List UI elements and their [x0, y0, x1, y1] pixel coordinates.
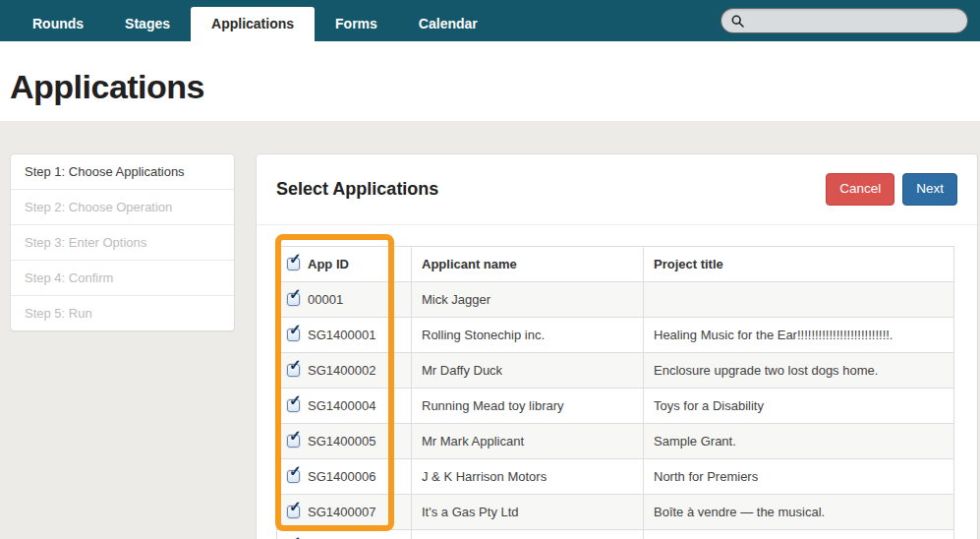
row-checkbox[interactable]: ✓ [287, 399, 300, 412]
app-id-label: SG1400007 [308, 505, 375, 519]
project-cell: Boîte à vendre — the musical. [644, 494, 954, 529]
row-checkbox[interactable]: ✓ [287, 435, 300, 448]
checkmark-icon: ✓ [289, 322, 302, 336]
page-header: Applications [0, 41, 980, 121]
panel-body: ✓App IDApplicant nameProject title ✓0000… [257, 225, 977, 539]
project-cell: Don't Say Nothing Refugee Campaign [644, 529, 954, 539]
step-item-step-4[interactable]: Step 4: Confirm [11, 260, 234, 295]
next-button[interactable]: Next [902, 173, 957, 206]
column-header-app-id: ✓App ID [277, 246, 412, 281]
row-checkbox[interactable]: ✓ [287, 506, 300, 518]
row-checkbox[interactable]: ✓ [287, 470, 300, 483]
applicant-cell: DontSayNothing Inc. [412, 529, 644, 539]
app-id-label: SG1400001 [308, 328, 375, 342]
select-applications-panel: Select Applications Cancel Next ✓App IDA… [256, 153, 978, 539]
content-area: Step 1: Choose ApplicationsStep 2: Choos… [0, 121, 980, 539]
app-id-label: SG1400005 [308, 434, 375, 449]
app-id-cell: ✓00001 [277, 281, 412, 317]
app-id-cell: ✓SG1400002 [277, 352, 412, 388]
table-row: ✓SG1400004Running Mead toy libraryToys f… [277, 388, 954, 423]
applicant-cell: Running Mead toy library [412, 388, 644, 423]
table-body: ✓00001Mick Jagger✓SG1400001Rolling Stone… [277, 281, 954, 539]
app-id-cell: ✓SG1400004 [277, 388, 412, 423]
table-row: ✓SG1400002Mr Daffy DuckEnclosure upgrade… [277, 352, 954, 388]
project-cell [644, 281, 954, 317]
nav-tab-stages[interactable]: Stages [104, 7, 191, 41]
search-box[interactable] [721, 8, 968, 33]
table-row: ✓SG1400001Rolling Stonechip inc.Healing … [277, 317, 954, 352]
applicant-cell: Mr Mark Applicant [412, 423, 644, 458]
checkmark-icon: ✓ [289, 251, 302, 266]
row-checkbox[interactable]: ✓ [287, 364, 300, 377]
applicant-cell: J & K Harrison Motors [412, 458, 644, 494]
app-id-cell: ✓SG1400008 [277, 529, 412, 539]
checkmark-icon: ✓ [289, 392, 302, 407]
select-all-checkbox[interactable]: ✓ [287, 258, 300, 270]
nav-tab-forms[interactable]: Forms [315, 7, 398, 41]
cancel-button[interactable]: Cancel [826, 173, 894, 206]
panel-actions: Cancel Next [826, 173, 957, 206]
app-id-cell: ✓SG1400005 [277, 423, 412, 458]
applicant-cell: Rolling Stonechip inc. [412, 317, 644, 352]
project-cell: North for Premiers [644, 458, 954, 494]
table-row: ✓SG1400008DontSayNothing Inc.Don't Say N… [277, 529, 954, 539]
checkmark-icon: ✓ [289, 286, 302, 301]
top-nav: RoundsStagesApplicationsFormsCalendar [0, 0, 980, 41]
checkmark-icon: ✓ [289, 499, 302, 513]
applications-table: ✓App IDApplicant nameProject title ✓0000… [276, 246, 954, 539]
row-checkbox[interactable]: ✓ [287, 293, 300, 306]
app-id-label: SG1400002 [308, 363, 375, 378]
applicant-cell: It's a Gas Pty Ltd [412, 494, 644, 529]
project-cell: Enclosure upgrade two lost dogs home. [644, 352, 954, 388]
checkmark-icon: ✓ [289, 357, 302, 372]
checkmark-icon: ✓ [289, 534, 302, 539]
project-cell: Toys for a Disability [644, 388, 954, 423]
column-header-label: App ID [308, 257, 349, 271]
nav-tab-rounds[interactable]: Rounds [12, 7, 104, 41]
checkmark-icon: ✓ [289, 428, 302, 443]
applicant-cell: Mr Daffy Duck [412, 352, 644, 388]
table-header-row: ✓App IDApplicant nameProject title [277, 246, 954, 281]
project-cell: Sample Grant. [644, 423, 954, 458]
column-header-applicant-name: Applicant name [412, 246, 644, 281]
app-id-cell: ✓SG1400007 [277, 494, 412, 529]
panel-header: Select Applications Cancel Next [257, 154, 977, 225]
table-row: ✓SG1400007It's a Gas Pty LtdBoîte à vend… [277, 494, 954, 529]
search-input[interactable] [749, 13, 957, 30]
table-row: ✓00001Mick Jagger [277, 281, 954, 317]
page-title: Applications [0, 41, 980, 105]
step-item-step-2[interactable]: Step 2: Choose Operation [11, 189, 234, 224]
search-icon [731, 15, 744, 28]
checkmark-icon: ✓ [289, 463, 302, 478]
step-item-step-5[interactable]: Step 5: Run [11, 295, 234, 330]
app-id-cell: ✓SG1400001 [277, 317, 412, 352]
table-row: ✓SG1400006J & K Harrison MotorsNorth for… [277, 458, 954, 494]
table-head: ✓App IDApplicant nameProject title [277, 246, 954, 281]
app-id-label: SG1400004 [308, 398, 375, 413]
step-item-step-3[interactable]: Step 3: Enter Options [11, 224, 234, 260]
project-cell: Healing Music for the Ear!!!!!!!!!!!!!!!… [644, 317, 954, 352]
nav-tab-calendar[interactable]: Calendar [398, 7, 498, 41]
nav-tab-applications[interactable]: Applications [191, 7, 315, 41]
row-checkbox[interactable]: ✓ [287, 329, 300, 341]
app-id-label: 00001 [308, 292, 343, 307]
applicant-cell: Mick Jagger [412, 281, 644, 317]
app-id-cell: ✓SG1400006 [277, 458, 412, 494]
app-id-label: SG1400006 [308, 469, 375, 484]
step-item-step-1[interactable]: Step 1: Choose Applications [11, 154, 234, 189]
panel-title: Select Applications [276, 179, 438, 200]
table-row: ✓SG1400005Mr Mark ApplicantSample Grant. [277, 423, 954, 458]
column-header-project-title: Project title [644, 246, 954, 281]
step-list: Step 1: Choose ApplicationsStep 2: Choos… [10, 153, 235, 331]
